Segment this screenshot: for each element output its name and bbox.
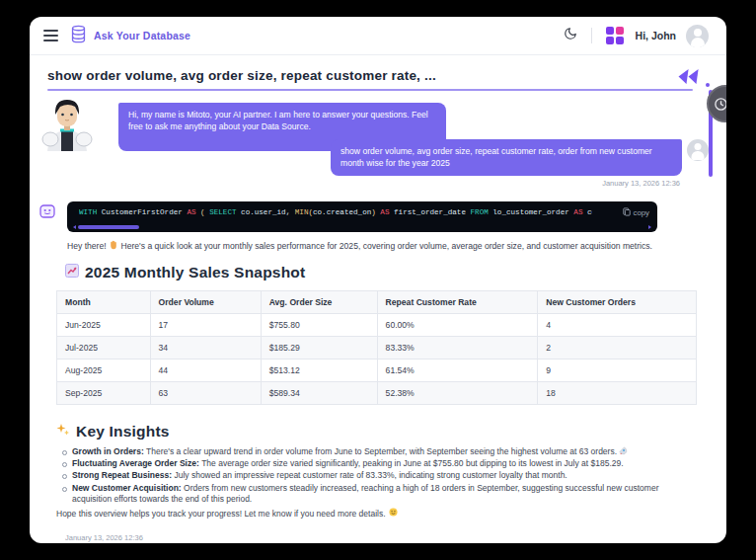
table-row: Jul-202534$185.2983.33%2 xyxy=(57,336,697,359)
table-cell: 83.33% xyxy=(377,336,538,359)
scrollbar-dot xyxy=(706,83,710,87)
sql-code-block: WITH CustomerFirstOrder AS ( SELECT co.u… xyxy=(67,201,657,232)
table-cell: 2 xyxy=(538,336,697,359)
response-intro: Hey there! Here's a quick look at your m… xyxy=(67,240,697,251)
column-header: Avg. Order Size xyxy=(261,290,377,313)
table-cell: 9 xyxy=(538,359,697,381)
user-message-timestamp: January 13, 2026 12:36 xyxy=(30,179,726,188)
column-header: Repeat Customer Rate xyxy=(377,290,538,313)
table-cell: 17 xyxy=(150,313,261,336)
wave-emoji-icon xyxy=(109,241,118,251)
title-underline xyxy=(47,89,693,91)
scroll-right-arrow-icon xyxy=(648,225,651,229)
database-logo-icon xyxy=(70,25,87,47)
app-window: Ask Your Database Hi, John show order vo… xyxy=(30,17,726,543)
sales-table: MonthOrder VolumeAvg. Order SizeRepeat C… xyxy=(56,290,697,405)
user-greeting: Hi, John xyxy=(636,30,676,41)
table-cell: Jun-2025 xyxy=(57,313,151,336)
apps-grid-icon[interactable] xyxy=(606,27,624,44)
table-cell: $185.29 xyxy=(261,336,377,359)
insight-item: Growth in Orders: There's a clear upward… xyxy=(62,446,697,457)
table-cell: 61.54% xyxy=(377,359,538,381)
insight-item: Strong Repeat Business: July showed an i… xyxy=(62,470,697,481)
closing-line: Hope this overview helps you track your … xyxy=(56,508,697,519)
table-header-row: MonthOrder VolumeAvg. Order SizeRepeat C… xyxy=(57,290,697,313)
table-cell: $513.12 xyxy=(261,359,377,381)
intro-text-1: Hey there! xyxy=(67,241,107,251)
insight-item: New Customer Acquisition: Orders from ne… xyxy=(62,483,697,505)
jump-to-top-icon[interactable] xyxy=(677,66,705,92)
user-message-bubble: show order volume, avg order size, repea… xyxy=(331,139,682,176)
smiley-emoji-icon xyxy=(389,508,398,519)
table-cell: 60.00% xyxy=(377,313,538,336)
table-cell: 34 xyxy=(150,336,261,359)
app-header: Ask Your Database Hi, John xyxy=(30,17,726,55)
table-row: Aug-202544$513.1261.54%9 xyxy=(57,359,697,381)
copy-icon xyxy=(623,207,631,218)
code-horizontal-scrollbar[interactable] xyxy=(73,225,651,229)
table-cell: Jul-2025 xyxy=(57,336,151,359)
user-message-avatar xyxy=(687,139,709,161)
copy-button[interactable]: copy xyxy=(623,207,649,218)
table-cell: 44 xyxy=(150,359,261,381)
table-cell: Sep-2025 xyxy=(57,381,151,404)
snapshot-heading: 2025 Monthly Sales Snapshot xyxy=(65,264,697,281)
response-timestamp: January 13, 2026 12:36 xyxy=(65,533,697,542)
intro-text-2: Here's a quick look at your monthly sale… xyxy=(120,241,652,251)
copy-label: copy xyxy=(634,208,649,217)
scroll-left-arrow-icon xyxy=(73,225,76,229)
insights-heading: Key Insights xyxy=(56,423,697,440)
bot-message-icon xyxy=(39,203,55,543)
sql-code: WITH CustomerFirstOrder AS ( SELECT co.u… xyxy=(79,208,592,216)
table-row: Jun-202517$755.8060.00%4 xyxy=(57,313,697,336)
insight-item: Fluctuating Average Order Size: The aver… xyxy=(62,458,697,469)
table-cell: $589.34 xyxy=(261,381,377,404)
column-header: Order Volume xyxy=(150,290,261,313)
scrollbar-thumb[interactable] xyxy=(78,225,139,229)
insights-list: Growth in Orders: There's a clear upward… xyxy=(62,446,697,505)
chart-up-emoji-icon xyxy=(65,264,79,281)
column-header: New Customer Orders xyxy=(538,290,697,313)
table-cell: 4 xyxy=(538,313,697,336)
header-divider xyxy=(591,28,592,43)
menu-icon[interactable] xyxy=(43,30,58,41)
table-row: Sep-202563$589.3452.38%18 xyxy=(57,381,697,404)
dark-mode-icon[interactable] xyxy=(564,27,577,44)
sparkles-emoji-icon xyxy=(56,423,70,440)
table-cell: 18 xyxy=(538,381,697,404)
app-title: Ask Your Database xyxy=(94,30,190,41)
table-cell: 52.38% xyxy=(377,381,538,404)
table-cell: $755.80 xyxy=(261,313,377,336)
table-body: Jun-202517$755.8060.00%4Jul-202534$185.2… xyxy=(57,313,697,404)
table-cell: Aug-2025 xyxy=(57,359,151,381)
user-avatar[interactable] xyxy=(686,25,709,47)
column-header: Month xyxy=(57,290,151,313)
conversation-title: show order volume, avg order size, repea… xyxy=(47,68,726,83)
ai-assistant-avatar xyxy=(39,96,95,151)
table-cell: 63 xyxy=(150,381,261,404)
